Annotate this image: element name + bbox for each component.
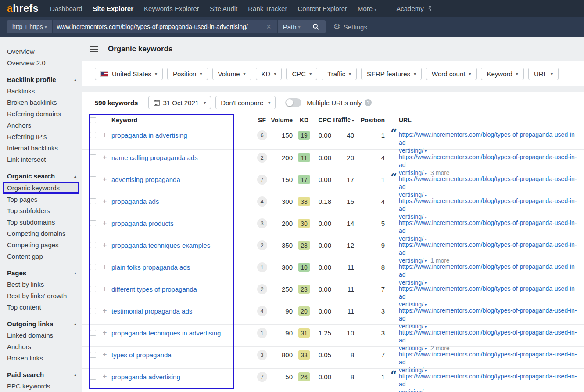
sidebar-item-ppc-keywords[interactable]: PPC keywords	[0, 381, 82, 392]
url-link[interactable]: https://www.incrementors.com/blog/types-…	[399, 351, 577, 366]
sidebar-section-pages[interactable]: Pages▴	[0, 267, 82, 279]
keyword-link[interactable]: different types of propaganda	[111, 285, 197, 293]
sidebar-item-backlinks[interactable]: Backlinks	[0, 86, 82, 97]
sidebar-item-organic-keywords[interactable]: Organic keywords	[3, 182, 79, 194]
sidebar-section-backlink-profile[interactable]: Backlink profile▴	[0, 74, 82, 86]
sidebar-item-broken-backlinks[interactable]: Broken backlinks	[0, 97, 82, 108]
keyword-link[interactable]: name calling propaganda ads	[111, 154, 198, 161]
help-icon[interactable]: ?	[365, 99, 372, 106]
expand-plus-icon[interactable]: +	[103, 347, 111, 358]
sidebar-item-anchors[interactable]: Anchors	[0, 120, 82, 131]
sidebar-item-internal-backlinks[interactable]: Internal backlinks	[0, 143, 82, 154]
nav-item-site-explorer[interactable]: Site Explorer	[93, 5, 133, 12]
row-checkbox[interactable]	[90, 352, 96, 358]
filter-word-count[interactable]: Word count▾	[426, 68, 477, 80]
expand-plus-icon[interactable]: +	[103, 193, 111, 204]
keyword-link[interactable]: propaganda techniques in advertising	[111, 329, 221, 337]
sidebar-item-best-by-links-growth[interactable]: Best by links' growth	[0, 290, 82, 302]
keyword-link[interactable]: testimonial propaganda ads	[111, 307, 192, 315]
serp-features-badge[interactable]: 2	[257, 153, 267, 163]
expand-plus-icon[interactable]: +	[103, 369, 111, 380]
sidebar-item-competing-pages[interactable]: Competing pages	[0, 239, 82, 251]
ahrefs-logo[interactable]: ahrefs	[7, 3, 39, 14]
sidebar-item-content-gap[interactable]: Content gap	[0, 251, 82, 262]
sidebar-item-linked-domains[interactable]: Linked domains	[0, 330, 82, 341]
filter-serp-features[interactable]: SERP features▾	[361, 68, 422, 80]
row-checkbox[interactable]	[90, 330, 96, 336]
sidebar-item-overview[interactable]: Overview	[0, 46, 82, 57]
header-cpc[interactable]: CPC	[315, 116, 331, 125]
header-volume[interactable]: Volume	[271, 116, 293, 125]
filter-position[interactable]: Position▾	[167, 68, 208, 80]
header-sf[interactable]: SF	[253, 117, 271, 124]
serp-features-badge[interactable]: 4	[257, 196, 267, 207]
header-position[interactable]: Position	[354, 116, 385, 125]
url-link[interactable]: vertising/	[399, 388, 423, 392]
url-link[interactable]: https://www.incrementors.com/blog/types-…	[399, 131, 577, 146]
filter-traffic[interactable]: Traffic▾	[322, 68, 357, 80]
mode-dropdown[interactable]: Path▾	[278, 20, 306, 33]
header-url[interactable]: URL	[397, 116, 584, 124]
url-link[interactable]: https://www.incrementors.com/blog/types-…	[399, 307, 577, 322]
nav-item-content-explorer[interactable]: Content Explorer	[297, 5, 347, 12]
row-checkbox[interactable]	[90, 176, 96, 182]
url-link[interactable]: https://www.incrementors.com/blog/types-…	[399, 175, 577, 190]
keyword-link[interactable]: propaganda advertising	[111, 373, 180, 381]
sidebar-item-referring-ip-s[interactable]: Referring IP's	[0, 131, 82, 143]
url-link[interactable]: https://www.incrementors.com/blog/types-…	[399, 219, 577, 234]
keyword-link[interactable]: propaganda techniques examples	[111, 242, 210, 249]
url-link[interactable]: https://www.incrementors.com/blog/types-…	[399, 153, 577, 168]
clear-input-icon[interactable]: ×	[265, 22, 273, 32]
row-checkbox[interactable]	[90, 198, 96, 204]
sidebar-item-top-content[interactable]: Top content	[0, 302, 82, 313]
sidebar-item-anchors[interactable]: Anchors	[0, 341, 82, 353]
nav-item-academy[interactable]: Academy	[396, 5, 432, 12]
expand-plus-icon[interactable]: +	[103, 127, 111, 138]
sidebar-item-broken-links[interactable]: Broken links	[0, 353, 82, 364]
nav-item-more[interactable]: More▾	[358, 5, 376, 12]
filter-united-states[interactable]: United States▾	[95, 68, 163, 80]
expand-plus-icon[interactable]: +	[103, 325, 111, 336]
serp-features-badge[interactable]: 1	[257, 328, 267, 338]
serp-features-badge[interactable]: 3	[257, 218, 267, 228]
url-link[interactable]: https://www.incrementors.com/blog/types-…	[399, 329, 577, 344]
url-dropdown-caret-icon[interactable]: ▾	[425, 390, 427, 392]
filter-kd[interactable]: KD▾	[256, 68, 282, 80]
url-link[interactable]: https://www.incrementors.com/blog/types-…	[399, 197, 577, 212]
keyword-link[interactable]: propaganda in advertising	[111, 132, 187, 139]
row-checkbox[interactable]	[90, 220, 96, 226]
expand-plus-icon[interactable]: +	[103, 171, 111, 182]
settings-button[interactable]: ⚙ Settings	[333, 23, 367, 31]
row-checkbox[interactable]	[90, 264, 96, 270]
serp-features-badge[interactable]: 1	[257, 262, 267, 272]
expand-plus-icon[interactable]: +	[103, 150, 111, 160]
sidebar-item-best-by-links[interactable]: Best by links	[0, 279, 82, 290]
header-traffic[interactable]: Traffic▾	[331, 115, 354, 125]
select-all-checkbox[interactable]	[90, 117, 96, 123]
url-link[interactable]: https://www.incrementors.com/blog/types-…	[399, 263, 577, 278]
search-button[interactable]	[306, 20, 326, 33]
compare-dropdown[interactable]: Don't compare ▾	[215, 96, 276, 109]
row-checkbox[interactable]	[90, 374, 96, 380]
nav-item-keywords-explorer[interactable]: Keywords Explorer	[144, 5, 199, 12]
sidebar-item-top-pages[interactable]: Top pages	[0, 194, 82, 205]
date-picker-button[interactable]: 31 Oct 2021 ▾	[148, 96, 211, 109]
sidebar-section-organic-search[interactable]: Organic search▴	[0, 171, 82, 182]
keyword-link[interactable]: propaganda products	[111, 220, 174, 227]
multiple-urls-toggle[interactable]	[285, 98, 301, 107]
sidebar-section-outgoing-links[interactable]: Outgoing links▴	[0, 318, 82, 330]
expand-plus-icon[interactable]: +	[103, 281, 111, 292]
sidebar-item-link-intersect[interactable]: Link intersect	[0, 154, 82, 165]
filter-cpc[interactable]: CPC▾	[286, 68, 317, 80]
header-kd[interactable]: KD	[293, 117, 315, 124]
serp-features-badge[interactable]: 6	[257, 130, 267, 140]
filter-keyword[interactable]: Keyword▾	[481, 68, 523, 80]
serp-features-badge[interactable]: 3	[257, 350, 267, 360]
keyword-link[interactable]: advertising propaganda	[111, 176, 180, 183]
expand-plus-icon[interactable]: +	[103, 303, 111, 314]
sidebar-section-paid-search[interactable]: Paid search▴	[0, 369, 82, 381]
serp-features-badge[interactable]: 4	[257, 306, 267, 316]
row-checkbox[interactable]	[90, 242, 96, 248]
row-checkbox[interactable]	[90, 132, 96, 138]
expand-plus-icon[interactable]: +	[103, 215, 111, 226]
